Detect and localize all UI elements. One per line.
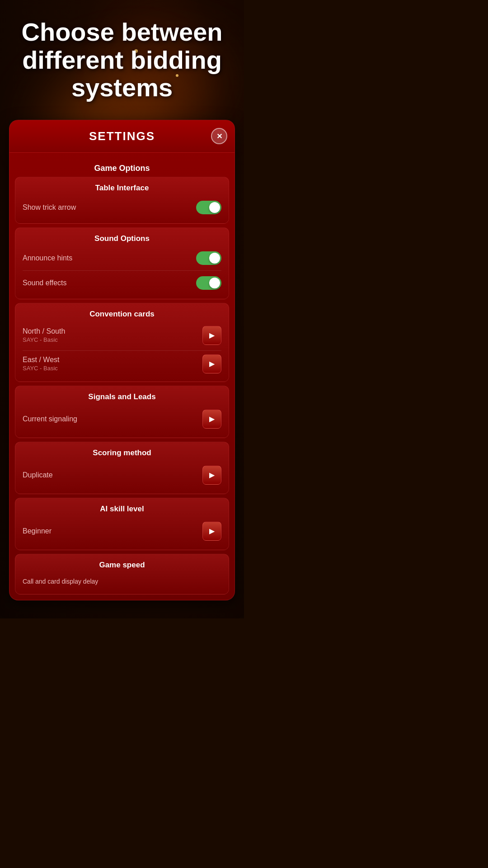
beginner-label: Beginner: [23, 527, 52, 535]
table-interface-card: Table Interface Show trick arrow: [15, 177, 229, 224]
sound-effects-toggle[interactable]: [196, 276, 221, 290]
settings-modal: SETTINGS ✕ Game Options Table Interface …: [9, 120, 235, 600]
north-south-name: North / South: [23, 327, 65, 335]
announce-hints-label: Announce hints: [23, 254, 72, 262]
current-signaling-row: Current signaling ▶: [23, 407, 221, 431]
ai-skill-title: AI skill level: [23, 505, 221, 514]
ai-skill-card: AI skill level Beginner ▶: [15, 498, 229, 550]
announce-hints-row: Announce hints: [23, 249, 221, 268]
sound-effects-row: Sound effects: [23, 270, 221, 292]
signals-leads-title: Signals and Leads: [23, 392, 221, 401]
current-signaling-label: Current signaling: [23, 415, 77, 423]
current-signaling-arrow-icon: ▶: [209, 415, 215, 423]
game-speed-card: Game speed Call and card display delay: [15, 554, 229, 594]
close-icon: ✕: [216, 132, 222, 141]
settings-title: SETTINGS: [89, 129, 155, 143]
east-west-arrow-button[interactable]: ▶: [202, 354, 221, 373]
current-signaling-arrow-button[interactable]: ▶: [202, 410, 221, 429]
beginner-arrow-button[interactable]: ▶: [202, 522, 221, 541]
east-west-name: East / West: [23, 356, 60, 364]
settings-body: Game Options Table Interface Show trick …: [9, 153, 235, 600]
game-speed-title: Game speed: [23, 561, 221, 570]
sound-options-title: Sound Options: [23, 234, 221, 243]
east-west-value: SAYC - Basic: [23, 365, 60, 372]
duplicate-arrow-button[interactable]: ▶: [202, 466, 221, 485]
north-south-arrow-icon: ▶: [209, 331, 215, 340]
east-west-text: East / West SAYC - Basic: [23, 356, 60, 372]
show-trick-arrow-label: Show trick arrow: [23, 203, 76, 212]
close-button[interactable]: ✕: [211, 128, 227, 144]
game-options-label: Game Options: [15, 158, 229, 177]
signals-leads-card: Signals and Leads Current signaling ▶: [15, 386, 229, 438]
east-west-row: East / West SAYC - Basic ▶: [23, 350, 221, 375]
north-south-row: North / South SAYC - Basic ▶: [23, 324, 221, 347]
scoring-method-title: Scoring method: [23, 448, 221, 458]
east-west-arrow-icon: ▶: [209, 359, 215, 368]
sound-options-card: Sound Options Announce hints Sound effec…: [15, 227, 229, 299]
duplicate-label: Duplicate: [23, 471, 53, 479]
call-card-delay-row: Call and card display delay: [23, 575, 221, 588]
announce-hints-toggle[interactable]: [196, 251, 221, 265]
beginner-arrow-icon: ▶: [209, 527, 215, 535]
duplicate-arrow-icon: ▶: [209, 471, 215, 479]
convention-cards-title: Convention cards: [23, 310, 221, 319]
beginner-row: Beginner ▶: [23, 519, 221, 543]
scoring-method-card: Scoring method Duplicate ▶: [15, 442, 229, 494]
table-interface-title: Table Interface: [23, 184, 221, 193]
hero-title: Choose between different bidding systems: [9, 18, 235, 102]
north-south-value: SAYC - Basic: [23, 336, 65, 343]
sound-effects-label: Sound effects: [23, 279, 67, 287]
north-south-text: North / South SAYC - Basic: [23, 327, 65, 343]
north-south-arrow-button[interactable]: ▶: [202, 326, 221, 345]
show-trick-arrow-row: Show trick arrow: [23, 198, 221, 217]
convention-cards-card: Convention cards North / South SAYC - Ba…: [15, 303, 229, 382]
settings-header: SETTINGS ✕: [9, 120, 235, 153]
call-card-delay-label: Call and card display delay: [23, 578, 98, 585]
duplicate-row: Duplicate ▶: [23, 463, 221, 487]
show-trick-arrow-toggle[interactable]: [196, 201, 221, 214]
